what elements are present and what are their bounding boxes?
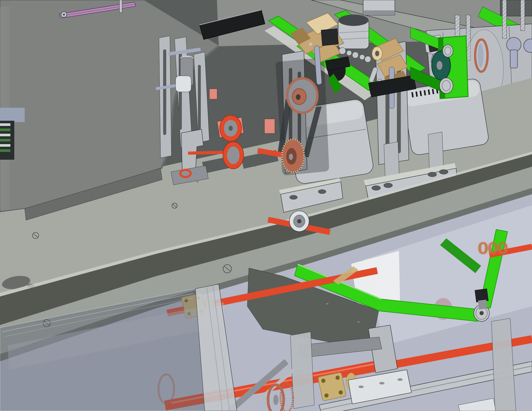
plate-slot bbox=[198, 65, 201, 130]
drum-cap bbox=[338, 15, 369, 26]
pulley-core bbox=[478, 44, 483, 68]
slot-hole bbox=[372, 186, 381, 190]
sensor-box bbox=[321, 29, 338, 46]
keyhole-stem bbox=[510, 50, 517, 68]
watermark-text: 000 bbox=[477, 239, 508, 258]
salmon-block bbox=[209, 89, 217, 99]
brass-flange-bearing bbox=[318, 372, 346, 401]
disc-hub bbox=[436, 61, 443, 70]
hub-bore bbox=[375, 51, 379, 56]
bearing-bore bbox=[297, 219, 301, 223]
pulley-bore bbox=[296, 94, 301, 100]
slot-hole bbox=[384, 183, 393, 188]
pulley-bore bbox=[229, 126, 233, 131]
slot-hole bbox=[290, 195, 297, 199]
dowel-pin bbox=[119, 0, 122, 12]
slot-hole bbox=[318, 190, 326, 194]
rod-thread-hatch bbox=[521, 0, 525, 31]
salmon-block bbox=[264, 119, 275, 133]
rod-thread-hatch bbox=[502, 0, 507, 38]
terminal-plate bbox=[0, 108, 25, 122]
rail-end-bore bbox=[63, 14, 65, 16]
mounting-block-band bbox=[363, 10, 395, 15]
sensor-bracket bbox=[478, 300, 487, 309]
pulley-hub bbox=[273, 395, 278, 405]
cad-viewport: 000 bbox=[0, 0, 532, 411]
pulley-bore bbox=[480, 311, 484, 315]
slot-hole bbox=[428, 172, 437, 177]
white-cylinder bbox=[176, 76, 191, 92]
plate-slot bbox=[163, 49, 166, 135]
screw bbox=[309, 43, 312, 46]
slot-hole bbox=[439, 170, 448, 174]
pulley-hub bbox=[227, 146, 240, 164]
pulley-bore bbox=[289, 154, 293, 160]
